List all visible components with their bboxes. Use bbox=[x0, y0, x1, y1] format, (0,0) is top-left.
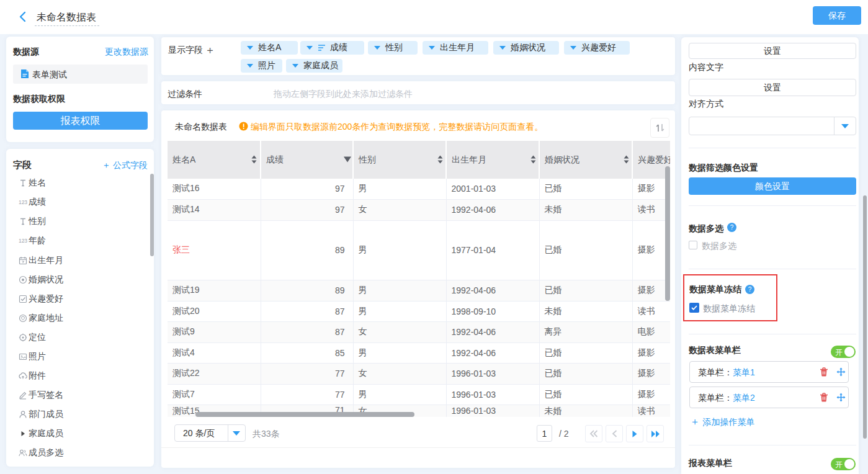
svg-text:?: ? bbox=[748, 286, 752, 293]
svg-text:?: ? bbox=[730, 224, 734, 231]
